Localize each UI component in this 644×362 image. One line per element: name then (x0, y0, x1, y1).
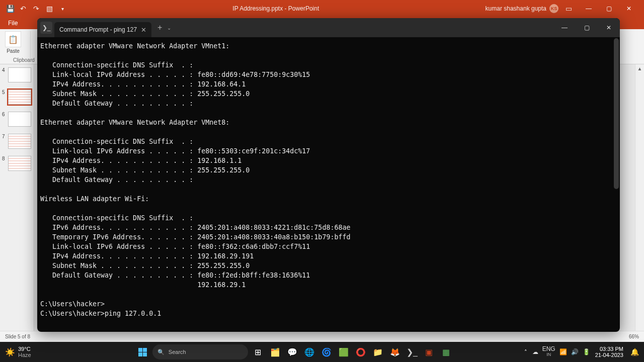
slide-thumb[interactable] (8, 67, 31, 82)
app-icon[interactable]: 🟩 (337, 345, 351, 359)
powerpoint-taskbar-icon[interactable]: ▣ (422, 345, 436, 359)
redo-icon[interactable]: ↷ (32, 5, 40, 13)
terminal-taskbar-icon[interactable]: ❯_ (405, 345, 419, 359)
user-account[interactable]: kumar shashank gupta KS (486, 4, 558, 13)
onedrive-icon[interactable]: ☁ (532, 348, 538, 355)
weather-temp: 39°C (18, 346, 31, 352)
undo-icon[interactable]: ↶ (19, 5, 27, 13)
scroll-up-icon[interactable]: ▲ (635, 64, 644, 72)
slide-thumbnail-panel[interactable]: 4 5 6 7 8 (0, 64, 34, 343)
taskbar-weather[interactable]: ☀️ 39°C Haze (0, 346, 65, 358)
document-title: IP Addressing.pptx - PowerPoint (66, 5, 486, 12)
powerpoint-titlebar: 💾 ↶ ↷ ▧ ▾ IP Addressing.pptx - PowerPoin… (0, 0, 644, 17)
terminal-tab-title: Command Prompt - ping 127 (59, 26, 137, 33)
paste-icon[interactable]: 📋 (5, 31, 21, 47)
task-view-icon[interactable]: ⊞ (251, 345, 265, 359)
tab-close-icon[interactable]: ✕ (141, 26, 146, 34)
slide-thumb[interactable] (8, 134, 31, 149)
search-placeholder: Search (169, 349, 186, 355)
taskbar-search[interactable]: 🔍 Search (152, 344, 248, 359)
edge-icon[interactable]: 🌀 (319, 345, 334, 359)
powerpoint-statusbar: Slide 5 of 8 66% (0, 331, 644, 342)
search-icon: 🔍 (157, 349, 165, 355)
clock-time: 03:33 PM (600, 346, 623, 352)
terminal-close-button[interactable]: ✕ (598, 18, 620, 37)
terminal-minimize-button[interactable]: — (553, 18, 576, 37)
tab-dropdown-icon[interactable]: ⌄ (167, 25, 171, 31)
quick-access-toolbar: 💾 ↶ ↷ ▧ ▾ (6, 5, 66, 13)
wifi-icon[interactable]: 📶 (559, 348, 567, 355)
thumb-number: 7 (2, 134, 6, 139)
start-button[interactable] (136, 345, 149, 358)
clock-date: 21-04-2023 (595, 352, 623, 358)
maximize-button[interactable]: ▢ (599, 2, 619, 16)
slide-thumb[interactable] (8, 156, 31, 171)
thumb-number: 4 (2, 67, 6, 73)
taskbar-tray: ˄ ☁ ENG IN 📶 🔊 🔋 03:33 PM 21-04-2023 🔔 (524, 346, 644, 358)
teams-icon[interactable]: 💬 (285, 345, 299, 359)
terminal-maximize-button[interactable]: ▢ (576, 18, 598, 37)
weather-icon: ☀️ (5, 347, 15, 357)
folder-icon[interactable]: 📁 (371, 345, 385, 359)
terminal-output[interactable]: Ethernet adapter VMware Network Adapter … (37, 37, 620, 332)
user-name: kumar shashank gupta (486, 5, 546, 12)
terminal-tab[interactable]: Command Prompt - ping 127 ✕ (54, 22, 151, 37)
windows-taskbar: ☀️ 39°C Haze 🔍 Search ⊞ 🗂️ 💬 🌐 🌀 🟩 ⭕ 📁 🦊… (0, 342, 644, 362)
thumb-number: 5 (2, 89, 6, 95)
locale-indicator: IN (546, 352, 551, 357)
slide-indicator: Slide 5 of 8 (5, 334, 30, 339)
explorer-icon[interactable]: 🗂️ (268, 345, 282, 359)
ribbon-options-icon[interactable]: ▭ (565, 5, 573, 13)
weather-desc: Haze (18, 352, 31, 358)
minimize-button[interactable]: — (579, 2, 599, 16)
opera-icon[interactable]: ⭕ (354, 345, 368, 359)
paste-label: Paste (7, 48, 20, 54)
close-button[interactable]: ✕ (619, 2, 639, 16)
chrome-icon[interactable]: 🌐 (302, 345, 316, 359)
new-tab-icon[interactable]: + (157, 23, 162, 32)
terminal-app-icon[interactable]: ❯_ (40, 22, 52, 34)
thumb-number: 8 (2, 156, 6, 161)
zoom-level[interactable]: 66% (629, 334, 639, 339)
clipboard-group-label: Clipboard (7, 57, 35, 63)
terminal-scrollbar[interactable] (614, 38, 619, 189)
language-indicator[interactable]: ENG (542, 346, 555, 352)
battery-icon[interactable]: 🔋 (583, 348, 590, 355)
file-tab[interactable]: File (3, 19, 23, 28)
notifications-icon[interactable]: 🔔 (630, 348, 639, 356)
slide-thumb[interactable] (8, 112, 31, 127)
terminal-window: ❯_ Command Prompt - ping 127 ✕ + ⌄ — ▢ ✕… (37, 18, 620, 332)
firefox-icon[interactable]: 🦊 (388, 345, 402, 359)
volume-icon[interactable]: 🔊 (571, 348, 579, 355)
terminal-titlebar[interactable]: ❯_ Command Prompt - ping 127 ✕ + ⌄ — ▢ ✕ (37, 18, 620, 37)
tray-chevron-icon[interactable]: ˄ (524, 349, 527, 355)
taskbar-center: 🔍 Search ⊞ 🗂️ 💬 🌐 🌀 🟩 ⭕ 📁 🦊 ❯_ ▣ ▦ (65, 344, 524, 359)
thumb-number: 6 (2, 112, 6, 117)
slide-thumb-selected[interactable] (8, 89, 31, 105)
save-icon[interactable]: 💾 (6, 5, 14, 13)
qat-more-icon[interactable]: ▾ (58, 5, 66, 13)
avatar: KS (549, 4, 558, 13)
app-icon-2[interactable]: ▦ (439, 345, 453, 359)
vertical-scrollbar[interactable]: ▲ ▼ (635, 64, 644, 343)
taskbar-clock[interactable]: 03:33 PM 21-04-2023 (595, 346, 623, 358)
slideshow-icon[interactable]: ▧ (45, 5, 53, 13)
